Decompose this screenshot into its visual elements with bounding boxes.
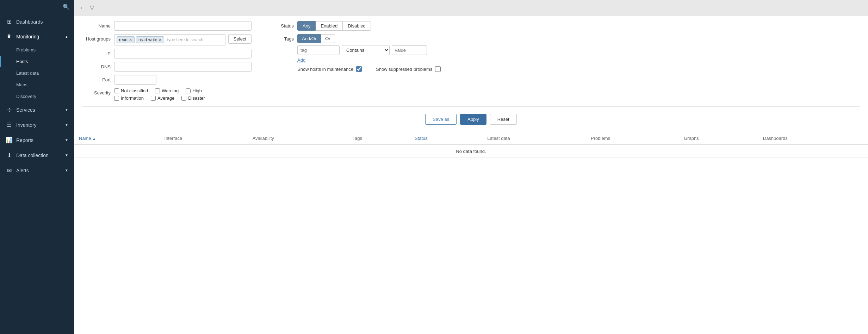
status-enabled-button[interactable]: Enabled [315, 21, 343, 31]
sidebar-section-services[interactable]: ⊹ Services ▼ [0, 102, 74, 117]
chevron-down-icon: ▼ [65, 153, 68, 157]
col-status[interactable]: Status [410, 132, 482, 145]
col-name[interactable]: Name ▲ [74, 132, 160, 145]
sidebar-search-bar[interactable]: 🔍 [0, 0, 74, 14]
tags-label: Tags [273, 34, 294, 42]
add-tag-link[interactable]: Add [297, 57, 427, 63]
severity-warning[interactable]: Warning [155, 88, 179, 93]
save-as-button[interactable]: Save as [425, 114, 457, 125]
sidebar-section-label: Services [16, 107, 35, 113]
tag-name-input[interactable] [297, 45, 340, 55]
severity-label: Severity [82, 88, 111, 95]
filter-ip-row: IP [82, 49, 252, 58]
sidebar-section-label: Reports [16, 137, 33, 143]
sidebar-item-dashboards[interactable]: ⊞ Dashboards [0, 14, 74, 29]
show-maintenance-checkbox[interactable] [356, 66, 362, 72]
col-tags[interactable]: Tags [347, 132, 410, 145]
severity-disaster-check[interactable] [181, 96, 186, 101]
col-availability[interactable]: Availability [248, 132, 348, 145]
ip-label: IP [82, 49, 111, 56]
filter-host-groups-row: Host groups read ✕ read-write ✕ type h [82, 34, 252, 45]
col-latest-data[interactable]: Latest data [482, 132, 586, 145]
show-maintenance-label[interactable]: Show hosts in maintenance [297, 66, 362, 72]
severity-information-check[interactable] [114, 96, 119, 101]
sidebar-sub-label: Discovery [16, 94, 36, 99]
main-content: ‹ ▽ Name Host groups [74, 0, 868, 334]
severity-not-classified[interactable]: Not classified [114, 88, 148, 93]
filter-maintenance-row: Show hosts in maintenance Show suppresse… [273, 66, 860, 72]
services-icon: ⊹ [6, 106, 13, 113]
select-button[interactable]: Select [228, 34, 252, 44]
tags-andor-button[interactable]: And/Or [297, 34, 321, 43]
tag-contains-select[interactable]: Contains Equals Does not contain Does no… [342, 45, 390, 55]
severity-information[interactable]: Information [114, 95, 144, 101]
monitoring-icon: 👁 [6, 33, 13, 40]
severity-disaster[interactable]: Disaster [181, 95, 205, 101]
filter-right-column: Status Any Enabled Disabled Tags And/Or … [273, 21, 860, 101]
severity-warning-check[interactable] [155, 88, 160, 93]
table-area: Name ▲ Interface Availability Tags Statu… [74, 132, 868, 334]
tags-andor-group: And/Or Or [297, 34, 427, 43]
filter-name-row: Name [82, 21, 252, 31]
sidebar-section-reports[interactable]: 📊 Reports ▼ [0, 132, 74, 148]
sidebar-section-label: Data collection [16, 153, 49, 158]
severity-not-classified-check[interactable] [114, 88, 119, 93]
severity-average[interactable]: Average [151, 95, 174, 101]
sidebar-section-alerts[interactable]: ✉ Alerts ▼ [0, 163, 74, 178]
sidebar-section-label: Inventory [16, 122, 37, 128]
table-header-row: Name ▲ Interface Availability Tags Statu… [74, 132, 868, 145]
topbar: ‹ ▽ [74, 0, 868, 16]
reports-icon: 📊 [6, 137, 13, 143]
show-suppressed-label[interactable]: Show suppressed problems [376, 66, 441, 72]
back-button[interactable]: ‹ [78, 3, 84, 12]
sidebar-sub-label: Problems [16, 47, 36, 52]
sidebar-item-discovery[interactable]: Discovery [0, 91, 74, 102]
sidebar-sub-label: Maps [16, 82, 27, 87]
severity-high-check[interactable] [186, 88, 191, 93]
sidebar-section-data-collection[interactable]: ⬇ Data collection ▼ [0, 148, 74, 163]
col-interface[interactable]: Interface [160, 132, 248, 145]
filter-left-column: Name Host groups read ✕ read-write [82, 21, 252, 101]
sidebar-item-hosts[interactable]: Hosts [0, 56, 74, 67]
sidebar-item-latest-data[interactable]: Latest data [0, 67, 74, 79]
severity-average-check[interactable] [151, 96, 156, 101]
filter-dns-row: DNS [82, 62, 252, 72]
sidebar-section-inventory[interactable]: ☰ Inventory ▼ [0, 117, 74, 132]
dns-label: DNS [82, 62, 111, 69]
search-icon[interactable]: 🔍 [63, 4, 70, 10]
status-any-button[interactable]: Any [297, 21, 316, 31]
sidebar-sub-label: Latest data [16, 70, 39, 76]
col-problems[interactable]: Problems [586, 132, 679, 145]
sidebar-item-maps[interactable]: Maps [0, 79, 74, 91]
host-groups-input[interactable]: read ✕ read-write ✕ type here to search [114, 34, 225, 45]
hosts-table: Name ▲ Interface Availability Tags Statu… [74, 132, 868, 158]
tags-or-button[interactable]: Or [321, 34, 335, 43]
sidebar: 🔍 ⊞ Dashboards 👁 Monitoring ▲ Problems H… [0, 0, 74, 334]
filter-toggle-button[interactable]: ▽ [88, 3, 96, 12]
port-label: Port [82, 75, 111, 82]
dns-input[interactable] [114, 62, 252, 72]
tag-read-write-close[interactable]: ✕ [159, 38, 162, 42]
apply-button[interactable]: Apply [460, 114, 486, 125]
tag-read-close[interactable]: ✕ [129, 38, 132, 42]
filter-divider [82, 106, 860, 107]
reset-button[interactable]: Reset [490, 114, 517, 125]
sidebar-section-monitoring[interactable]: 👁 Monitoring ▲ [0, 29, 74, 44]
severity-high[interactable]: High [186, 88, 202, 93]
name-input[interactable] [114, 21, 252, 31]
data-collection-icon: ⬇ [6, 152, 13, 159]
tag-value-input[interactable] [392, 45, 427, 55]
port-input[interactable] [114, 75, 156, 85]
col-dashboards[interactable]: Dashboards [758, 132, 868, 145]
chevron-down-icon: ▼ [65, 138, 68, 142]
chevron-down-icon: ▼ [65, 123, 68, 127]
col-graphs[interactable]: Graphs [679, 132, 758, 145]
filter-icon: ▽ [90, 5, 94, 11]
ip-input[interactable] [114, 49, 252, 58]
status-button-group: Any Enabled Disabled [297, 21, 371, 31]
tag-read-write: read-write ✕ [136, 36, 164, 43]
show-suppressed-checkbox[interactable] [435, 66, 441, 72]
sidebar-item-problems[interactable]: Problems [0, 44, 74, 56]
inventory-icon: ☰ [6, 122, 13, 128]
status-disabled-button[interactable]: Disabled [342, 21, 371, 31]
